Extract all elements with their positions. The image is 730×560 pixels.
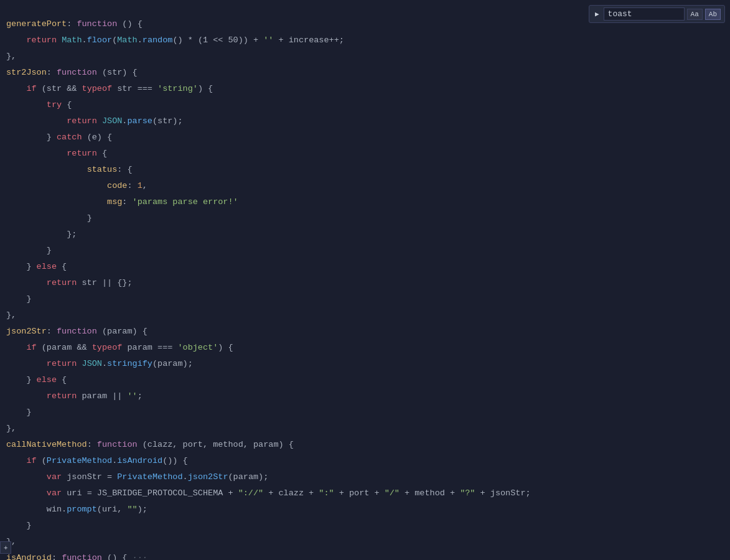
search-input[interactable] (604, 7, 685, 21)
search-collapse-arrow[interactable]: ▶ (593, 9, 601, 19)
search-widget[interactable]: ▶ Aa Ab (589, 5, 725, 23)
search-aa-button[interactable]: Aa (687, 9, 703, 20)
code-editor: ▶ Aa Ab generatePort: function () { retu… (0, 0, 730, 560)
code-content: generatePort: function () { return Math.… (0, 0, 730, 560)
add-button[interactable]: + (0, 541, 11, 554)
search-ab-button[interactable]: Ab (705, 9, 721, 20)
